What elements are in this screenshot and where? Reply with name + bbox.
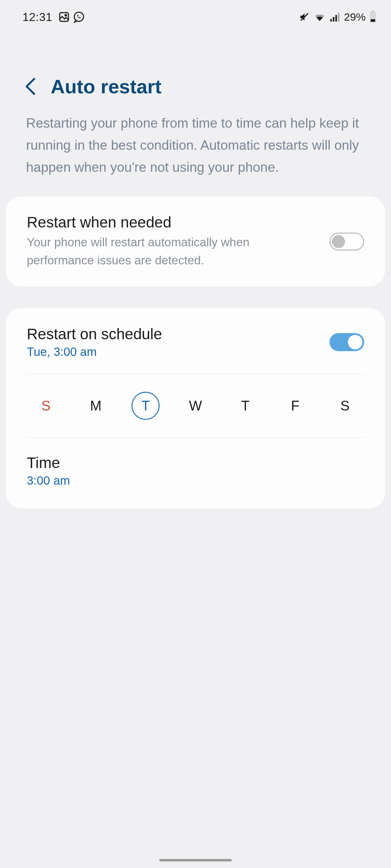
whatsapp-icon bbox=[73, 11, 85, 23]
status-icons-left bbox=[58, 11, 85, 23]
restart-schedule-title: Restart on schedule bbox=[27, 326, 319, 343]
row-restart-needed[interactable]: Restart when needed Your phone will rest… bbox=[27, 214, 364, 269]
image-icon bbox=[58, 11, 70, 23]
svg-rect-7 bbox=[338, 13, 339, 22]
page-description: Restarting your phone from time to time … bbox=[0, 112, 391, 196]
day-monday[interactable]: M bbox=[82, 392, 110, 420]
time-value: 3:00 am bbox=[27, 474, 364, 488]
toggle-knob bbox=[332, 235, 345, 248]
battery-percentage: 29% bbox=[344, 11, 366, 23]
svg-rect-10 bbox=[371, 19, 375, 22]
status-time: 12:31 bbox=[22, 10, 52, 24]
restart-needed-title: Restart when needed bbox=[27, 214, 319, 231]
toggle-restart-needed[interactable] bbox=[329, 233, 364, 251]
back-icon[interactable] bbox=[25, 77, 36, 96]
restart-needed-desc: Your phone will restart automatically wh… bbox=[27, 233, 319, 269]
toggle-restart-schedule[interactable] bbox=[329, 333, 364, 351]
row-text: Restart on schedule Tue, 3:00 am bbox=[27, 326, 319, 359]
battery-icon bbox=[369, 11, 377, 23]
status-left: 12:31 bbox=[22, 10, 85, 24]
svg-rect-8 bbox=[371, 11, 374, 12]
svg-rect-6 bbox=[335, 15, 337, 21]
day-sunday[interactable]: S bbox=[32, 392, 60, 420]
row-time[interactable]: Time 3:00 am bbox=[27, 454, 364, 491]
nav-gesture-bar[interactable] bbox=[159, 859, 232, 861]
day-wednesday[interactable]: W bbox=[181, 392, 210, 420]
card-restart-schedule: Restart on schedule Tue, 3:00 am SMTWTFS… bbox=[6, 308, 385, 509]
svg-point-2 bbox=[74, 12, 84, 21]
day-tuesday[interactable]: T bbox=[131, 392, 160, 420]
mute-icon bbox=[299, 12, 310, 22]
day-friday[interactable]: F bbox=[281, 392, 309, 420]
status-right: 29% bbox=[299, 11, 377, 23]
time-label: Time bbox=[27, 454, 364, 472]
svg-rect-4 bbox=[330, 19, 332, 22]
divider bbox=[27, 374, 364, 374]
card-restart-needed: Restart when needed Your phone will rest… bbox=[6, 196, 385, 286]
divider bbox=[27, 437, 364, 438]
row-restart-schedule[interactable]: Restart on schedule Tue, 3:00 am bbox=[27, 326, 364, 359]
page-title: Auto restart bbox=[51, 75, 161, 98]
svg-rect-5 bbox=[333, 17, 334, 22]
svg-point-1 bbox=[65, 14, 66, 16]
day-thursday[interactable]: T bbox=[231, 392, 260, 420]
signal-icon bbox=[329, 12, 340, 22]
day-picker: SMTWTFS bbox=[27, 392, 364, 420]
header: Auto restart bbox=[0, 28, 391, 112]
restart-schedule-sub: Tue, 3:00 am bbox=[27, 345, 319, 359]
row-text: Restart when needed Your phone will rest… bbox=[27, 214, 319, 269]
wifi-icon bbox=[314, 12, 326, 22]
day-saturday[interactable]: S bbox=[331, 392, 359, 420]
toggle-knob bbox=[348, 335, 362, 349]
status-bar: 12:31 29% bbox=[0, 0, 391, 28]
